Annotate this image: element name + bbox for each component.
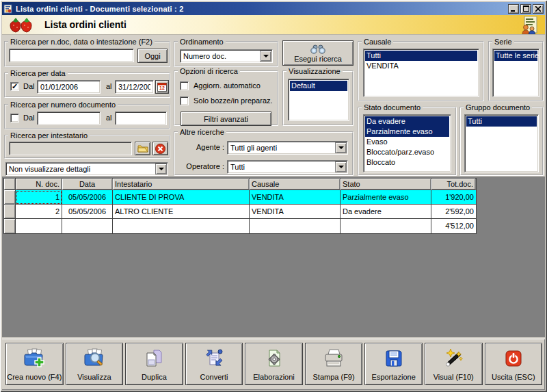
number-from-input[interactable] xyxy=(37,112,101,125)
list-item[interactable]: Tutte le serie xyxy=(494,51,537,61)
search-doc-input[interactable] xyxy=(9,49,134,62)
date-filter-checkbox[interactable] xyxy=(10,82,19,91)
visualizzazione-listbox[interactable]: Default xyxy=(288,79,349,121)
operatore-combobox[interactable]: Tutti xyxy=(227,160,348,174)
causale-listbox[interactable]: Tutti VENDITA xyxy=(363,49,479,97)
converti-button[interactable]: Converti xyxy=(185,343,243,385)
number-filter-checkbox[interactable] xyxy=(10,114,19,122)
date-from-input[interactable] xyxy=(37,80,101,94)
column-header-intestatario[interactable]: Intestatario xyxy=(113,179,250,190)
esportazione-button[interactable]: Esportazione xyxy=(364,343,423,385)
date-to-input[interactable] xyxy=(115,80,154,94)
list-item[interactable]: Bloccato/parz.evaso xyxy=(365,147,449,157)
groupbox-serie: Serie Tutte le serie xyxy=(488,38,544,101)
cell-data[interactable]: 05/05/2006 xyxy=(62,205,113,219)
number-to-input[interactable] xyxy=(115,112,167,125)
intestatario-input[interactable] xyxy=(9,142,132,155)
list-item[interactable]: Tutti xyxy=(365,51,477,61)
serie-listbox[interactable]: Tutte le serie xyxy=(492,49,539,97)
cell-ndoc[interactable]: 1 xyxy=(16,190,62,205)
cell-stato[interactable]: Parzialmente evaso xyxy=(341,190,431,205)
cell-stato xyxy=(341,219,431,233)
crea-nuovo-button[interactable]: Crea nuovo (F4) xyxy=(5,343,64,385)
open-folder-icon xyxy=(137,144,148,153)
cell-stato[interactable]: Da evadere xyxy=(341,205,431,219)
aggiorn-automatico-checkbox[interactable] xyxy=(180,81,189,90)
table-row[interactable]: 2 05/05/2006 ALTRO CLIENTE VENDITA Da ev… xyxy=(4,205,476,219)
groupbox-ordinamento: Ordinamento Numero doc. xyxy=(174,38,278,67)
esegui-ricerca-button[interactable]: Esegui ricerca xyxy=(282,40,353,66)
column-header-data[interactable]: Data xyxy=(62,179,113,190)
groupbox-stato: Stato documento Da evadere Parzialmente … xyxy=(358,103,457,176)
visualizza-button[interactable]: Visualizza xyxy=(66,343,124,385)
stato-listbox[interactable]: Da evadere Parzialmente evaso Evaso Bloc… xyxy=(363,114,451,172)
list-item[interactable]: Default xyxy=(290,81,347,91)
row-selector-header xyxy=(4,179,16,190)
stampa-button[interactable]: Stampa (F9) xyxy=(305,343,363,385)
groupbox-altre-ricerche: Altre ricerche Agente : Tutti gli agenti… xyxy=(174,128,353,176)
details-combobox-arrow[interactable] xyxy=(155,164,167,174)
cell-data[interactable]: 05/05/2006 xyxy=(62,190,113,205)
filtri-avanzati-button[interactable]: Filtri avanzati xyxy=(181,112,271,126)
details-combobox[interactable]: Non visualizzare dettagli xyxy=(5,162,168,176)
table-row[interactable]: 1 05/05/2006 CLIENTE DI PROVA VENDITA Pa… xyxy=(4,190,476,205)
list-item[interactable]: VENDITA xyxy=(365,61,477,71)
duplica-button[interactable]: Duplica xyxy=(125,343,183,385)
ordinamento-combobox[interactable]: Numero doc. xyxy=(180,49,273,63)
cell-intestatario[interactable]: CLIENTE DI PROVA xyxy=(113,190,250,205)
close-button[interactable] xyxy=(533,4,544,14)
al-label: al xyxy=(106,114,112,122)
row-selector xyxy=(4,219,16,233)
folder-new-icon xyxy=(23,348,46,369)
cell-causale[interactable]: VENDITA xyxy=(250,205,341,219)
agente-combobox-value: Tutti gli agenti xyxy=(227,141,348,155)
ordinamento-combobox-value: Numero doc. xyxy=(180,49,273,63)
solo-bozze-checkbox[interactable] xyxy=(180,96,189,105)
toolbar-button-label: Duplica xyxy=(142,373,167,382)
cell-total-value: 4'512,00 xyxy=(431,219,476,233)
calendar-button[interactable]: 12 xyxy=(155,80,169,94)
cell-totdoc[interactable]: 1'920,00 xyxy=(431,190,476,205)
list-item[interactable]: Da evadere xyxy=(365,116,449,127)
list-item[interactable]: Tutti xyxy=(466,116,537,127)
groupbox-ricerca-numero: Ricerca per numero documento Dal al xyxy=(4,101,170,129)
visual-button[interactable]: Visual (F10) xyxy=(425,343,483,385)
dal-label: Dal xyxy=(23,82,35,90)
agente-combobox[interactable]: Tutti gli agenti xyxy=(227,141,348,155)
groupbox-gruppo-label: Gruppo documento xyxy=(464,103,532,112)
calendar-icon: 12 xyxy=(157,82,167,92)
toolbar-button-label: Visualizza xyxy=(77,373,111,382)
operatore-combobox-arrow[interactable] xyxy=(335,161,347,172)
groupbox-opzioni: Opzioni di ricerca Aggiorn. automatico S… xyxy=(174,67,278,126)
row-selector[interactable] xyxy=(4,205,16,219)
list-item[interactable]: Bloccato xyxy=(365,157,449,168)
oggi-button[interactable]: Oggi xyxy=(137,49,168,63)
cell-ndoc[interactable]: 2 xyxy=(16,205,62,219)
cell-causale[interactable]: VENDITA xyxy=(250,190,341,205)
gruppo-listbox[interactable]: Tutti xyxy=(464,114,539,172)
groupbox-causale-label: Causale xyxy=(362,38,393,46)
column-header-totdoc[interactable]: Tot.doc. xyxy=(431,179,476,190)
app-window: Lista ordini clienti - Documenti selezio… xyxy=(0,0,547,392)
uscita-button[interactable]: Uscita (ESC) xyxy=(485,343,543,385)
page-title: Lista ordini clienti xyxy=(44,19,126,30)
cell-totdoc[interactable]: 2'592,00 xyxy=(431,205,476,219)
elaborazioni-button[interactable]: Elaborazioni xyxy=(245,343,303,385)
row-selector[interactable] xyxy=(4,190,16,205)
column-header-stato[interactable]: Stato xyxy=(341,179,431,190)
browse-intestatario-button[interactable] xyxy=(135,142,150,155)
window-title: Lista ordini clienti - Documenti selezio… xyxy=(16,5,507,13)
list-item[interactable]: Evaso xyxy=(365,137,449,147)
minimize-button[interactable] xyxy=(508,4,519,14)
ordinamento-combobox-arrow[interactable] xyxy=(260,51,271,62)
column-header-ndoc[interactable]: N. doc. xyxy=(16,179,62,190)
total-row: 4'512,00 xyxy=(4,219,476,233)
column-header-causale[interactable]: Causale xyxy=(250,179,341,190)
groupbox-visualizzazione: Visualizzazione Default xyxy=(282,67,353,126)
maximize-button[interactable] xyxy=(520,4,531,14)
cell-intestatario[interactable]: ALTRO CLIENTE xyxy=(113,205,250,219)
agente-combobox-arrow[interactable] xyxy=(335,142,347,153)
list-item[interactable]: Parzialmente evaso xyxy=(365,127,449,137)
clear-intestatario-button[interactable] xyxy=(152,142,168,155)
groupbox-serie-label: Serie xyxy=(492,38,514,46)
